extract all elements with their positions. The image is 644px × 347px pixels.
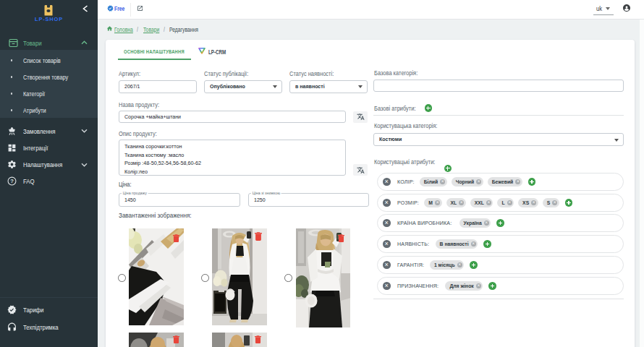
svg-text:?: ?	[10, 178, 14, 184]
